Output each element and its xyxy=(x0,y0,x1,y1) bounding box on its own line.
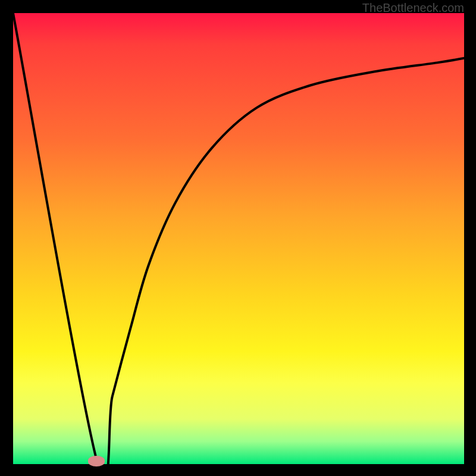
min-marker xyxy=(88,456,105,466)
bottleneck-curve xyxy=(13,13,464,464)
chart-frame: TheBottleneck.com xyxy=(0,0,476,476)
plot-area xyxy=(13,13,464,464)
curve-path xyxy=(13,13,464,464)
watermark-text: TheBottleneck.com xyxy=(362,1,464,15)
